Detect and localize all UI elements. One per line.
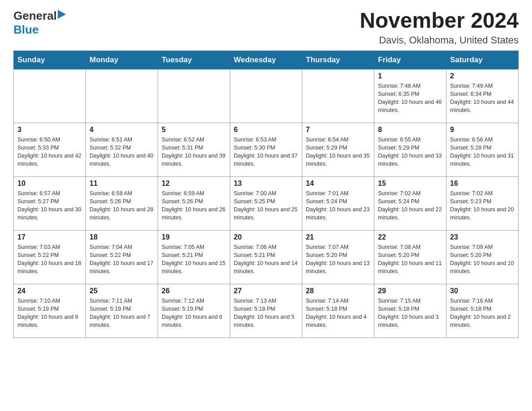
calendar-cell: 20Sunrise: 7:06 AMSunset: 5:21 PMDayligh… xyxy=(230,230,302,284)
calendar-cell xyxy=(302,69,374,123)
day-number: 15 xyxy=(378,180,442,188)
day-number: 1 xyxy=(378,72,442,80)
calendar-cell xyxy=(14,69,86,123)
location-subtitle: Davis, Oklahoma, United States xyxy=(360,34,519,46)
calendar-cell: 10Sunrise: 6:57 AMSunset: 5:27 PMDayligh… xyxy=(14,176,86,230)
day-info: Sunrise: 7:03 AMSunset: 5:22 PMDaylight:… xyxy=(17,243,82,276)
day-info: Sunrise: 6:58 AMSunset: 5:26 PMDaylight:… xyxy=(90,189,154,222)
calendar-cell: 30Sunrise: 7:16 AMSunset: 5:18 PMDayligh… xyxy=(446,284,519,338)
day-info: Sunrise: 6:54 AMSunset: 5:29 PMDaylight:… xyxy=(306,136,370,168)
calendar-cell: 6Sunrise: 6:53 AMSunset: 5:30 PMDaylight… xyxy=(230,123,302,176)
calendar-cell: 16Sunrise: 7:02 AMSunset: 5:23 PMDayligh… xyxy=(446,176,519,230)
calendar-cell: 27Sunrise: 7:13 AMSunset: 5:18 PMDayligh… xyxy=(230,284,302,338)
day-info: Sunrise: 7:15 AMSunset: 5:18 PMDaylight:… xyxy=(378,297,442,330)
day-info: Sunrise: 7:12 AMSunset: 5:19 PMDaylight:… xyxy=(162,297,226,330)
page-header: General Blue November 2024 Davis, Oklaho… xyxy=(13,9,519,46)
day-number: 28 xyxy=(306,287,370,295)
calendar-week-row-3: 10Sunrise: 6:57 AMSunset: 5:27 PMDayligh… xyxy=(14,176,519,230)
calendar-cell xyxy=(158,69,230,123)
calendar-cell: 25Sunrise: 7:11 AMSunset: 5:19 PMDayligh… xyxy=(86,284,158,338)
calendar-cell xyxy=(86,69,158,123)
weekday-header-wednesday: Wednesday xyxy=(230,51,302,69)
day-info: Sunrise: 6:51 AMSunset: 5:32 PMDaylight:… xyxy=(90,136,154,168)
day-number: 19 xyxy=(162,233,226,241)
day-info: Sunrise: 6:56 AMSunset: 5:28 PMDaylight:… xyxy=(450,136,515,168)
day-number: 8 xyxy=(378,126,442,134)
day-info: Sunrise: 6:57 AMSunset: 5:27 PMDaylight:… xyxy=(17,189,82,222)
calendar-cell: 13Sunrise: 7:00 AMSunset: 5:25 PMDayligh… xyxy=(230,176,302,230)
day-info: Sunrise: 7:09 AMSunset: 5:20 PMDaylight:… xyxy=(450,243,515,276)
calendar-cell: 4Sunrise: 6:51 AMSunset: 5:32 PMDaylight… xyxy=(86,123,158,176)
day-number: 26 xyxy=(162,287,226,295)
day-info: Sunrise: 7:02 AMSunset: 5:23 PMDaylight:… xyxy=(450,189,515,222)
day-info: Sunrise: 7:02 AMSunset: 5:24 PMDaylight:… xyxy=(378,189,442,222)
day-info: Sunrise: 6:59 AMSunset: 5:26 PMDaylight:… xyxy=(162,189,226,222)
calendar-cell: 22Sunrise: 7:08 AMSunset: 5:20 PMDayligh… xyxy=(374,230,446,284)
calendar-cell: 5Sunrise: 6:52 AMSunset: 5:31 PMDaylight… xyxy=(158,123,230,176)
day-number: 29 xyxy=(378,287,442,295)
calendar-cell: 3Sunrise: 6:50 AMSunset: 5:33 PMDaylight… xyxy=(14,123,86,176)
calendar-cell: 28Sunrise: 7:14 AMSunset: 5:18 PMDayligh… xyxy=(302,284,374,338)
calendar-cell: 17Sunrise: 7:03 AMSunset: 5:22 PMDayligh… xyxy=(14,230,86,284)
day-number: 12 xyxy=(162,180,226,188)
weekday-header-friday: Friday xyxy=(374,51,446,69)
calendar-cell xyxy=(230,69,302,123)
day-number: 11 xyxy=(90,180,154,188)
title-block: November 2024 Davis, Oklahoma, United St… xyxy=(360,9,519,46)
day-info: Sunrise: 6:52 AMSunset: 5:31 PMDaylight:… xyxy=(162,136,226,168)
day-number: 13 xyxy=(234,180,298,188)
day-number: 23 xyxy=(450,233,515,241)
calendar-cell: 14Sunrise: 7:01 AMSunset: 5:24 PMDayligh… xyxy=(302,176,374,230)
calendar-table: SundayMondayTuesdayWednesdayThursdayFrid… xyxy=(13,51,519,338)
calendar-cell: 18Sunrise: 7:04 AMSunset: 5:22 PMDayligh… xyxy=(86,230,158,284)
calendar-cell: 19Sunrise: 7:05 AMSunset: 5:21 PMDayligh… xyxy=(158,230,230,284)
logo-general-text: General xyxy=(13,9,57,23)
day-info: Sunrise: 7:48 AMSunset: 6:35 PMDaylight:… xyxy=(378,82,442,115)
weekday-header-monday: Monday xyxy=(86,51,158,69)
day-number: 17 xyxy=(17,233,82,241)
day-info: Sunrise: 7:00 AMSunset: 5:25 PMDaylight:… xyxy=(234,189,298,222)
calendar-cell: 8Sunrise: 6:55 AMSunset: 5:29 PMDaylight… xyxy=(374,123,446,176)
calendar-cell: 23Sunrise: 7:09 AMSunset: 5:20 PMDayligh… xyxy=(446,230,519,284)
calendar-cell: 29Sunrise: 7:15 AMSunset: 5:18 PMDayligh… xyxy=(374,284,446,338)
day-number: 27 xyxy=(234,287,298,295)
calendar-cell: 1Sunrise: 7:48 AMSunset: 6:35 PMDaylight… xyxy=(374,69,446,123)
day-number: 18 xyxy=(90,233,154,241)
day-info: Sunrise: 7:08 AMSunset: 5:20 PMDaylight:… xyxy=(378,243,442,276)
calendar-cell: 21Sunrise: 7:07 AMSunset: 5:20 PMDayligh… xyxy=(302,230,374,284)
day-info: Sunrise: 7:06 AMSunset: 5:21 PMDaylight:… xyxy=(234,243,298,276)
day-number: 9 xyxy=(450,126,515,134)
day-number: 3 xyxy=(17,126,82,134)
logo: General Blue xyxy=(13,9,66,37)
day-info: Sunrise: 7:13 AMSunset: 5:18 PMDaylight:… xyxy=(234,297,298,330)
day-number: 10 xyxy=(17,180,82,188)
calendar-week-row-5: 24Sunrise: 7:10 AMSunset: 5:19 PMDayligh… xyxy=(14,284,519,338)
day-info: Sunrise: 7:04 AMSunset: 5:22 PMDaylight:… xyxy=(90,243,154,276)
weekday-header-row: SundayMondayTuesdayWednesdayThursdayFrid… xyxy=(14,51,519,69)
day-info: Sunrise: 7:11 AMSunset: 5:19 PMDaylight:… xyxy=(90,297,154,330)
day-info: Sunrise: 7:05 AMSunset: 5:21 PMDaylight:… xyxy=(162,243,226,276)
day-info: Sunrise: 7:07 AMSunset: 5:20 PMDaylight:… xyxy=(306,243,370,276)
calendar-cell: 2Sunrise: 7:49 AMSunset: 6:34 PMDaylight… xyxy=(446,69,519,123)
day-number: 30 xyxy=(450,287,515,295)
weekday-header-saturday: Saturday xyxy=(446,51,519,69)
logo-chevron-icon xyxy=(58,10,66,21)
day-number: 22 xyxy=(378,233,442,241)
calendar-cell: 26Sunrise: 7:12 AMSunset: 5:19 PMDayligh… xyxy=(158,284,230,338)
day-info: Sunrise: 7:16 AMSunset: 5:18 PMDaylight:… xyxy=(450,297,515,330)
weekday-header-sunday: Sunday xyxy=(14,51,86,69)
day-info: Sunrise: 7:49 AMSunset: 6:34 PMDaylight:… xyxy=(450,82,515,115)
weekday-header-tuesday: Tuesday xyxy=(158,51,230,69)
day-number: 25 xyxy=(90,287,154,295)
calendar-week-row-2: 3Sunrise: 6:50 AMSunset: 5:33 PMDaylight… xyxy=(14,123,519,176)
day-info: Sunrise: 7:14 AMSunset: 5:18 PMDaylight:… xyxy=(306,297,370,330)
day-number: 7 xyxy=(306,126,370,134)
calendar-week-row-4: 17Sunrise: 7:03 AMSunset: 5:22 PMDayligh… xyxy=(14,230,519,284)
day-info: Sunrise: 6:55 AMSunset: 5:29 PMDaylight:… xyxy=(378,136,442,168)
month-year-title: November 2024 xyxy=(360,9,519,33)
calendar-cell: 11Sunrise: 6:58 AMSunset: 5:26 PMDayligh… xyxy=(86,176,158,230)
day-number: 20 xyxy=(234,233,298,241)
day-number: 24 xyxy=(17,287,82,295)
svg-marker-0 xyxy=(58,10,66,19)
day-info: Sunrise: 6:50 AMSunset: 5:33 PMDaylight:… xyxy=(17,136,82,168)
